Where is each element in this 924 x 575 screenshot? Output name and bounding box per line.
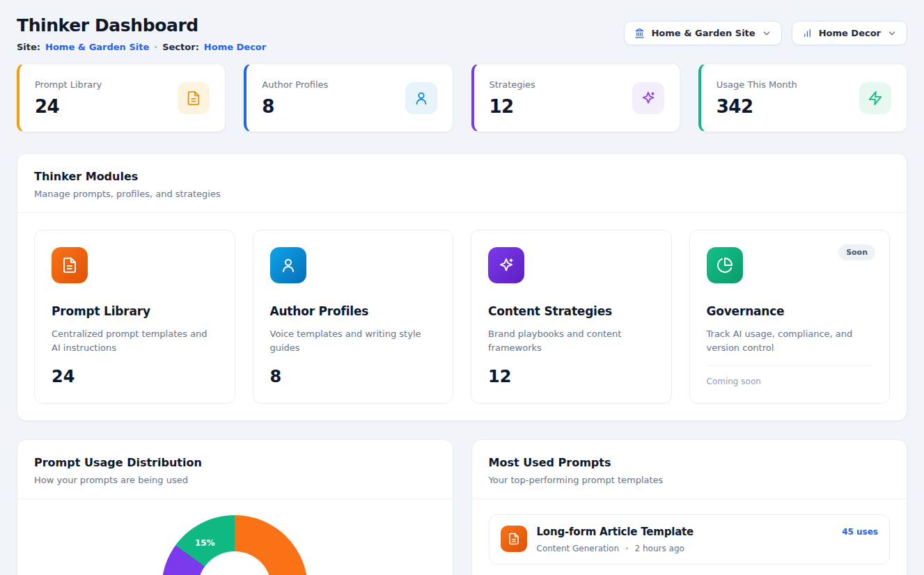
prompt-item-meta: Content Generation · 2 hours ago <box>537 544 833 553</box>
modules-panel-title: Thinker Modules <box>34 170 890 183</box>
site-selector-dropdown[interactable]: Home & Garden Site <box>624 21 781 45</box>
document-icon <box>501 526 527 552</box>
stats-row: Prompt Library 24 Author Profiles 8 Stra… <box>17 63 907 132</box>
bar-chart-icon <box>802 28 813 38</box>
divider <box>707 365 873 366</box>
user-icon <box>270 247 306 283</box>
usage-panel-title: Prompt Usage Distribution <box>34 456 436 469</box>
usage-panel-subtitle: How your prompts are being used <box>34 475 436 485</box>
chevron-down-icon <box>762 29 772 38</box>
stat-value: 342 <box>717 96 797 117</box>
module-card-governance[interactable]: Soon Governance Track AI usage, complian… <box>689 230 891 404</box>
user-icon <box>405 82 437 114</box>
stat-value: 24 <box>35 96 102 117</box>
module-title: Prompt Library <box>52 304 218 318</box>
site-label: Site: <box>17 42 40 52</box>
prompt-item-uses: 45 uses <box>842 527 878 537</box>
sector-label: Sector: <box>162 42 199 52</box>
module-count: 8 <box>270 367 437 386</box>
sparkle-icon <box>488 247 524 283</box>
prompt-list-item[interactable]: Long-form Article Template Content Gener… <box>489 514 891 565</box>
stat-value: 12 <box>490 96 535 117</box>
breadcrumb: Site: Home & Garden Site · Sector: Home … <box>17 42 266 52</box>
soon-badge: Soon <box>838 244 875 260</box>
prompt-item-title: Long-form Article Template <box>537 526 833 538</box>
module-footer: Coming soon <box>707 365 873 386</box>
sector-selector-dropdown[interactable]: Home Decor <box>792 21 907 45</box>
modules-grid: Prompt Library Centralized prompt templa… <box>17 213 907 420</box>
building-icon <box>634 28 645 38</box>
pie-chart-icon <box>707 247 743 283</box>
stat-label: Strategies <box>490 79 535 90</box>
module-count: 12 <box>488 367 655 386</box>
stat-label: Author Profiles <box>262 79 328 90</box>
lightning-icon <box>859 82 891 114</box>
bottom-row: Prompt Usage Distribution How your promp… <box>17 439 907 575</box>
stat-text: Usage This Month 342 <box>717 79 797 117</box>
modules-panel-header: Thinker Modules Manage prompts, profiles… <box>17 154 907 212</box>
donut-chart: 15% <box>162 515 308 575</box>
module-title: Content Strategies <box>488 304 655 318</box>
module-description: Track AI usage, compliance, and version … <box>707 327 873 355</box>
coming-soon-text: Coming soon <box>707 377 873 386</box>
module-title: Governance <box>707 304 873 318</box>
stat-text: Prompt Library 24 <box>35 79 102 117</box>
donut-hole <box>198 551 272 575</box>
site-selector-label: Home & Garden Site <box>651 28 755 38</box>
most-used-prompts-panel: Most Used Prompts Your top-performing pr… <box>471 439 908 575</box>
chart-area: 15% <box>17 499 453 575</box>
header-text: Thinker Dashboard Site: Home & Garden Si… <box>17 15 266 52</box>
prompt-item-category: Content Generation <box>537 544 619 553</box>
stat-card-usage: Usage This Month 342 <box>698 63 907 132</box>
usage-panel-header: Prompt Usage Distribution How your promp… <box>17 440 453 498</box>
donut-segment-label: 15% <box>195 538 215 548</box>
stat-text: Author Profiles 8 <box>262 79 328 117</box>
module-description: Brand playbooks and content frameworks <box>488 327 655 355</box>
stat-card-strategies: Strategies 12 <box>471 63 680 132</box>
module-count: 24 <box>52 367 218 386</box>
document-icon <box>52 247 88 283</box>
sector-link[interactable]: Home Decor <box>204 42 266 52</box>
module-description: Voice templates and writing style guides <box>270 327 437 355</box>
site-link[interactable]: Home & Garden Site <box>45 42 149 52</box>
stat-card-author-profiles: Author Profiles 8 <box>244 63 453 132</box>
prompts-panel-subtitle: Your top-performing prompt templates <box>489 475 891 485</box>
sector-selector-label: Home Decor <box>819 28 881 38</box>
module-card-content-strategies[interactable]: Content Strategies Brand playbooks and c… <box>471 230 672 404</box>
usage-distribution-panel: Prompt Usage Distribution How your promp… <box>17 439 453 575</box>
separator: · <box>154 42 157 52</box>
separator: · <box>625 544 629 553</box>
sparkle-icon <box>632 82 664 114</box>
module-title: Author Profiles <box>270 304 437 318</box>
stat-label: Usage This Month <box>717 79 797 90</box>
stat-value: 8 <box>262 96 328 117</box>
prompts-panel-title: Most Used Prompts <box>489 456 891 469</box>
stat-label: Prompt Library <box>35 79 102 90</box>
page-header: Thinker Dashboard Site: Home & Garden Si… <box>17 15 907 52</box>
module-card-author-profiles[interactable]: Author Profiles Voice templates and writ… <box>253 230 454 404</box>
stat-text: Strategies 12 <box>490 79 535 117</box>
module-description: Centralized prompt templates and AI inst… <box>52 327 218 355</box>
thinker-modules-panel: Thinker Modules Manage prompts, profiles… <box>17 153 907 421</box>
stat-card-prompt-library: Prompt Library 24 <box>17 63 226 132</box>
module-card-prompt-library[interactable]: Prompt Library Centralized prompt templa… <box>34 230 235 404</box>
header-actions: Home & Garden Site Home Decor <box>624 21 907 45</box>
prompt-item-body: Long-form Article Template Content Gener… <box>537 526 833 553</box>
prompt-list: Long-form Article Template Content Gener… <box>472 499 907 575</box>
page-title: Thinker Dashboard <box>17 15 266 36</box>
prompts-panel-header: Most Used Prompts Your top-performing pr… <box>472 440 907 498</box>
chevron-down-icon <box>887 29 897 38</box>
dashboard-page: Thinker Dashboard Site: Home & Garden Si… <box>0 0 924 575</box>
prompt-item-time: 2 hours ago <box>635 544 684 553</box>
modules-panel-subtitle: Manage prompts, profiles, and strategies <box>34 189 890 199</box>
document-icon <box>178 82 210 114</box>
